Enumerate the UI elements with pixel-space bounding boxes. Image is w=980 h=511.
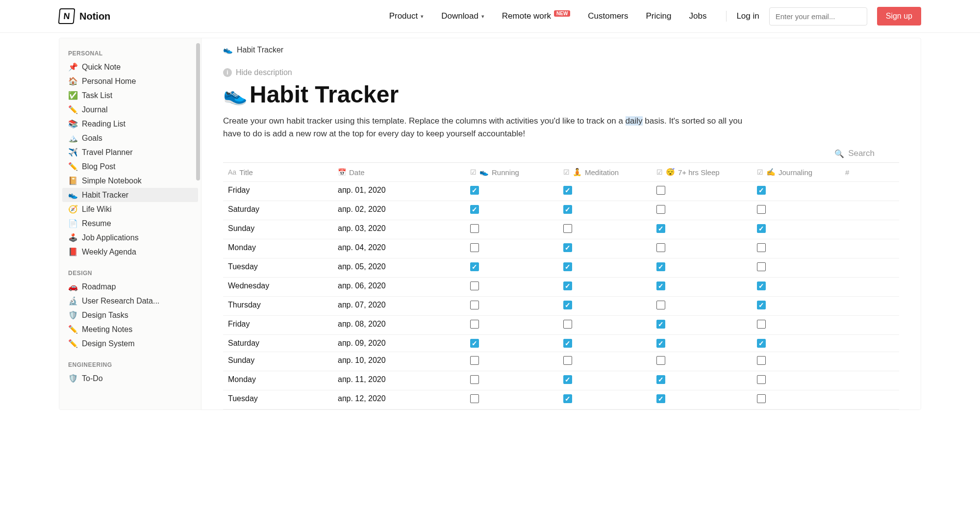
nav-login[interactable]: Log in: [736, 11, 759, 21]
checkbox[interactable]: [757, 375, 766, 384]
sidebar-item[interactable]: 🔬User Research Data...: [59, 294, 201, 308]
col-sleep[interactable]: ☑ 😴7+ hrs Sleep: [652, 163, 752, 181]
checkbox[interactable]: [470, 224, 479, 233]
sidebar-item[interactable]: 📄Resume: [59, 216, 201, 230]
nav-remote-work[interactable]: Remote work NEW: [502, 11, 570, 21]
checkbox[interactable]: [470, 186, 479, 195]
col-meditation[interactable]: ☑ 🧘Meditation: [558, 163, 652, 181]
checkbox[interactable]: [656, 394, 665, 403]
sidebar-item[interactable]: 🚗Roadmap: [59, 280, 201, 294]
checkbox[interactable]: [563, 301, 572, 309]
sidebar-item[interactable]: 🏠Personal Home: [59, 74, 201, 88]
checkbox[interactable]: [757, 262, 766, 271]
checkbox[interactable]: [563, 375, 572, 384]
checkbox[interactable]: [757, 320, 766, 329]
nav-customers[interactable]: Customers: [588, 11, 628, 21]
checkbox[interactable]: [757, 243, 766, 252]
checkbox[interactable]: [563, 186, 572, 195]
checkbox[interactable]: [656, 339, 665, 348]
checkbox[interactable]: [563, 281, 572, 290]
checkbox[interactable]: [470, 281, 479, 290]
table-row[interactable]: Mondayапр. 04, 2020: [223, 239, 899, 258]
table-row[interactable]: Sundayапр. 03, 2020: [223, 220, 899, 239]
email-input[interactable]: [769, 7, 867, 26]
sidebar-item[interactable]: 📕Weekly Agenda: [59, 245, 201, 259]
checkbox[interactable]: [656, 356, 665, 365]
sidebar-item[interactable]: 👟Habit Tracker: [62, 188, 198, 202]
hide-description-button[interactable]: i Hide description: [223, 68, 899, 77]
checkbox[interactable]: [563, 320, 572, 329]
checkbox[interactable]: [563, 224, 572, 233]
nav-download[interactable]: Download ▾: [441, 11, 484, 21]
sidebar-item[interactable]: 🛡️To-Do: [59, 371, 201, 385]
table-row[interactable]: Wednesdayапр. 06, 2020: [223, 278, 899, 297]
table-row[interactable]: Fridayапр. 08, 2020: [223, 316, 899, 335]
col-journaling[interactable]: ☑ ✍️Journaling: [752, 163, 840, 181]
checkbox[interactable]: [563, 339, 572, 348]
checkbox[interactable]: [757, 339, 766, 348]
table-row[interactable]: Tuesdayапр. 12, 2020: [223, 390, 899, 409]
table-row[interactable]: Sundayапр. 10, 2020: [223, 352, 899, 371]
checkbox[interactable]: [656, 375, 665, 384]
checkbox[interactable]: [656, 281, 665, 290]
table-row[interactable]: Thursdayапр. 07, 2020: [223, 297, 899, 316]
table-search[interactable]: 🔍 Search: [223, 149, 899, 158]
sidebar-item[interactable]: 📚Reading List: [59, 117, 201, 131]
sidebar-item[interactable]: 🕹️Job Applications: [59, 230, 201, 245]
sidebar-scrollbar[interactable]: [196, 43, 200, 180]
sidebar-item[interactable]: ✏️Meeting Notes: [59, 322, 201, 336]
nav-jobs[interactable]: Jobs: [689, 11, 706, 21]
brand-logo[interactable]: N Notion: [59, 8, 110, 24]
checkbox[interactable]: [757, 205, 766, 214]
checkbox[interactable]: [563, 394, 572, 403]
checkbox[interactable]: [470, 205, 479, 214]
table-row[interactable]: Fridayапр. 01, 2020: [223, 182, 899, 201]
sidebar-item[interactable]: ✏️Journal: [59, 102, 201, 117]
checkbox[interactable]: [563, 243, 572, 252]
checkbox[interactable]: [470, 262, 479, 271]
breadcrumb[interactable]: 👟 Habit Tracker: [223, 45, 899, 54]
checkbox[interactable]: [563, 262, 572, 271]
sidebar-item[interactable]: 🛡️Design Tasks: [59, 308, 201, 322]
checkbox[interactable]: [656, 262, 665, 271]
checkbox[interactable]: [470, 375, 479, 384]
checkbox[interactable]: [470, 243, 479, 252]
checkbox[interactable]: [757, 356, 766, 365]
sidebar-item[interactable]: 🧭Life Wiki: [59, 202, 201, 216]
nav-pricing[interactable]: Pricing: [646, 11, 672, 21]
checkbox[interactable]: [656, 301, 665, 309]
checkbox[interactable]: [757, 281, 766, 290]
checkbox[interactable]: [656, 205, 665, 214]
checkbox[interactable]: [656, 224, 665, 233]
checkbox[interactable]: [757, 301, 766, 309]
nav-product[interactable]: Product ▾: [389, 11, 424, 21]
sidebar-item[interactable]: ✏️Blog Post: [59, 159, 201, 174]
col-add[interactable]: #: [840, 163, 855, 181]
sidebar-item[interactable]: ✈️Travel Planner: [59, 145, 201, 159]
checkbox[interactable]: [757, 186, 766, 195]
sidebar-item[interactable]: ✏️Design System: [59, 336, 201, 351]
sidebar-item[interactable]: ✅Task List: [59, 88, 201, 102]
sidebar-item[interactable]: 🏔️Goals: [59, 131, 201, 145]
checkbox[interactable]: [757, 394, 766, 403]
sidebar-item[interactable]: 📌Quick Note: [59, 60, 201, 74]
col-date[interactable]: 📅 Date: [333, 163, 465, 181]
table-row[interactable]: Mondayапр. 11, 2020: [223, 371, 899, 390]
checkbox[interactable]: [470, 339, 479, 348]
checkbox[interactable]: [470, 320, 479, 329]
checkbox[interactable]: [656, 243, 665, 252]
table-row[interactable]: Saturdayапр. 02, 2020: [223, 201, 899, 220]
signup-button[interactable]: Sign up: [877, 7, 921, 26]
checkbox[interactable]: [656, 320, 665, 329]
checkbox[interactable]: [470, 394, 479, 403]
col-title[interactable]: Aa Title: [223, 163, 333, 181]
checkbox[interactable]: [563, 205, 572, 214]
sidebar-item[interactable]: 📔Simple Notebook: [59, 174, 201, 188]
checkbox[interactable]: [470, 301, 479, 309]
col-running[interactable]: ☑ 👟Running: [465, 163, 558, 181]
checkbox[interactable]: [470, 356, 479, 365]
checkbox[interactable]: [757, 224, 766, 233]
table-row[interactable]: Tuesdayапр. 05, 2020: [223, 258, 899, 278]
table-row[interactable]: Saturdayапр. 09, 2020: [223, 335, 899, 352]
checkbox[interactable]: [563, 356, 572, 365]
